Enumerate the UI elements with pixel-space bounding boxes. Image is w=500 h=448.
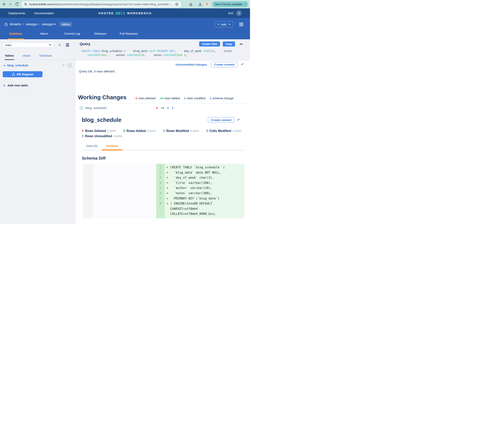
main-panel: Query Create View Copy CREATE TABLE blog… bbox=[75, 39, 250, 224]
stat-rows-modified-value: 0 bbox=[184, 96, 186, 100]
working-changes-stats: -0rows deleted +0rows added 0rows modifi… bbox=[135, 96, 234, 100]
er-diagram-button[interactable]: ER Diagram bbox=[3, 71, 42, 77]
database-selector-caret-icon[interactable] bbox=[54, 24, 56, 25]
nav-documentation[interactable]: Documentation bbox=[34, 12, 54, 15]
row-added-count: +0 bbox=[161, 106, 164, 110]
sidebar-tab-views[interactable]: Views bbox=[23, 54, 31, 60]
profile-avatar[interactable] bbox=[205, 2, 210, 7]
tab-data[interactable]: Data (0) bbox=[82, 144, 102, 150]
add-new-table-button[interactable]: + Add new table bbox=[0, 83, 75, 88]
nav-deployments[interactable]: Deployments bbox=[8, 12, 25, 15]
rows-unmodified-label: Rows Unmodified bbox=[85, 134, 112, 138]
exit-link[interactable]: Exit bbox=[228, 12, 233, 15]
sidebar-tab-tables[interactable]: Tables bbox=[5, 54, 14, 60]
schema-diff-block: 1+CREATE TABLE `blog_schedule` (2+ `blog… bbox=[83, 164, 244, 218]
add-plus-icon: + bbox=[217, 22, 219, 26]
table-stats-row-2: 0Rows Unmodified0.00% bbox=[82, 134, 244, 138]
browser-menu-icon[interactable] bbox=[244, 2, 247, 6]
close-workbench-button[interactable]: X bbox=[236, 10, 242, 16]
uncommitted-changes-link[interactable]: Uncommitted changes. bbox=[175, 63, 208, 66]
query-result-message: Query OK, 0 rows affected. bbox=[79, 70, 250, 73]
rows-added-pct: 0.00% bbox=[147, 129, 156, 133]
copy-button[interactable]: Copy bbox=[223, 41, 235, 47]
site-settings-icon[interactable] bbox=[24, 2, 27, 6]
rows-added-label: Rows Added bbox=[126, 129, 146, 133]
sidebar-table-blog-schedule[interactable]: blog_schedule bbox=[7, 64, 28, 67]
run-query-icon[interactable] bbox=[68, 63, 72, 68]
rows-unmodified-value: 0 bbox=[82, 134, 84, 138]
branch-selector[interactable]: main bbox=[3, 42, 53, 48]
breadcrumb-owner[interactable]: timsehn bbox=[10, 22, 21, 26]
query-panel: Query Create View Copy CREATE TABLE blog… bbox=[75, 39, 250, 60]
table-diff-section: blog_schedule Create commit ↶ 0Rows Dele… bbox=[82, 117, 244, 218]
sidebar-tabs: Tables Views Schemas bbox=[0, 54, 75, 60]
er-diagram-label: ER Diagram bbox=[17, 73, 33, 76]
forward-icon[interactable] bbox=[8, 2, 12, 6]
row-modified-count: 0 bbox=[167, 106, 169, 110]
logo-workbench: WORKBENCH bbox=[127, 12, 152, 15]
download-icon[interactable] bbox=[198, 2, 202, 6]
row-schema-count: 1 bbox=[172, 106, 173, 110]
database-sidebar: main + Tables Views Schemas blog_schedul… bbox=[0, 39, 75, 224]
tab-schema[interactable]: Schema bbox=[102, 144, 122, 150]
stat-rows-modified-label: rows modified bbox=[187, 96, 205, 100]
url-host: hosted.doltdb.com bbox=[29, 3, 52, 6]
diff-line: 5+ `author` varchar(20), bbox=[156, 185, 244, 191]
chevron-down-icon[interactable] bbox=[3, 64, 6, 66]
table-stats-row: 0Rows Deleted0.00% 0Rows Added0.00% 0Row… bbox=[82, 129, 244, 133]
extensions-icon[interactable] bbox=[189, 2, 193, 6]
stat-schema-change-value: 1 bbox=[210, 96, 211, 100]
rows-unmodified-pct: 0.00% bbox=[113, 134, 122, 138]
edit-table-icon[interactable]: ✎ bbox=[62, 63, 65, 68]
create-commit-button[interactable]: Create commit bbox=[211, 62, 238, 67]
add-table-label: Add new table bbox=[7, 84, 28, 87]
tab-releases[interactable]: Releases bbox=[86, 31, 115, 39]
repo-tabs: Database About Commit Log Releases Pull … bbox=[0, 31, 250, 39]
create-commit-button-table[interactable]: Create commit bbox=[208, 117, 234, 123]
add-button[interactable]: + Add bbox=[215, 21, 233, 27]
url-text[interactable]: hosted.doltdb.com/deployments/timsehn/oo… bbox=[29, 3, 173, 6]
chrome-update-button[interactable]: New Chrome available bbox=[212, 1, 248, 7]
undo-table-icon[interactable]: ↶ bbox=[237, 118, 240, 122]
stat-rows-added-label: rows added bbox=[164, 96, 180, 100]
reload-icon[interactable] bbox=[15, 2, 19, 6]
diff-line: 6+ `notes` varchar(300), bbox=[156, 191, 244, 196]
table-added-icon: + bbox=[80, 106, 83, 110]
chrome-update-label: New Chrome available bbox=[215, 3, 242, 6]
undo-icon[interactable]: ↶ bbox=[241, 63, 244, 66]
create-view-button[interactable]: Create View bbox=[199, 41, 220, 47]
diff-line: 8+) ENGINE=InnoDB DEFAULT CHARSET=utf8mb… bbox=[156, 201, 244, 217]
schema-diff-title: Schema Diff bbox=[82, 156, 244, 160]
url-bar[interactable]: hosted.doltdb.com/deployments/timsehn/oo… bbox=[21, 1, 181, 7]
sql-query-text[interactable]: CREATE TABLE blog_schedule ( blog_date D… bbox=[81, 49, 242, 57]
rows-deleted-label: Rows Deleted bbox=[85, 129, 106, 133]
table-list-item: blog_schedule ✎ bbox=[0, 63, 75, 68]
stat-schema-change-label: schema change bbox=[212, 96, 233, 100]
stat-rows-deleted-value: -0 bbox=[135, 96, 137, 100]
menu-icon[interactable] bbox=[239, 23, 243, 26]
tab-database[interactable]: Database bbox=[1, 31, 30, 39]
toolbar-divider bbox=[195, 2, 196, 6]
url-path: /deployments/timsehn/ooeygui/database/oo… bbox=[52, 3, 173, 6]
collapse-query-icon[interactable] bbox=[240, 43, 243, 46]
back-icon[interactable] bbox=[2, 2, 6, 6]
add-table-plus-icon: + bbox=[3, 83, 5, 88]
branch-selector-value: main bbox=[5, 43, 12, 47]
sidebar-tab-schemas[interactable]: Schemas bbox=[39, 54, 52, 60]
add-caret-icon bbox=[229, 24, 230, 25]
working-changes-section: Working Changes -0rows deleted +0rows ad… bbox=[78, 94, 247, 110]
changed-table-link[interactable]: blog_schedule bbox=[85, 106, 155, 110]
tab-about[interactable]: About bbox=[30, 31, 58, 39]
new-branch-icon[interactable]: + bbox=[58, 43, 61, 47]
stat-rows-added-value: +0 bbox=[160, 96, 163, 100]
branch-menu-icon[interactable] bbox=[66, 43, 69, 47]
add-label: Add bbox=[221, 23, 226, 26]
diff-line: 7+ PRIMARY KEY (`blog_date`) bbox=[156, 196, 244, 201]
cells-modified-value: 0 bbox=[206, 129, 208, 133]
tab-pull-requests[interactable]: Pull Requests bbox=[115, 31, 143, 39]
working-changes-title: Working Changes bbox=[78, 94, 126, 101]
bookmark-star-icon[interactable] bbox=[175, 2, 179, 6]
breadcrumb-database[interactable]: ooeygui bbox=[42, 22, 53, 26]
tab-commit-log[interactable]: Commit Log bbox=[58, 31, 86, 39]
breadcrumb-deployment[interactable]: ooeygui bbox=[26, 22, 37, 26]
